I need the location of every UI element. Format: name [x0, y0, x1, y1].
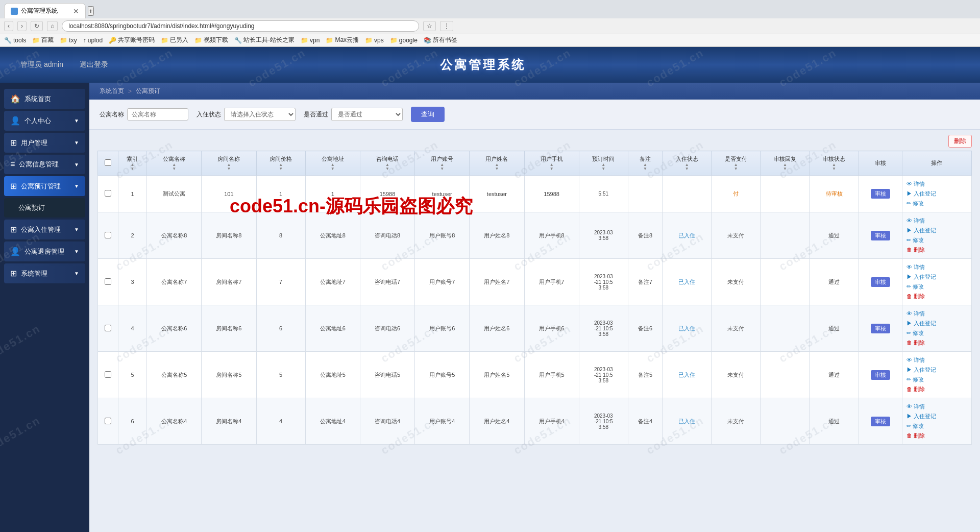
- row6-audit-btn[interactable]: 审核: [871, 417, 890, 426]
- row5-modify-btn[interactable]: ✏ 修改: [905, 375, 925, 384]
- row6-detail-btn[interactable]: 👁 详情: [905, 402, 926, 411]
- sidebar-apt-reserve-header[interactable]: 公寓预订: [4, 198, 85, 217]
- home-btn[interactable]: ⌂: [47, 21, 58, 31]
- bookmark-signin[interactable]: 📁 已另入: [161, 36, 188, 44]
- row2-modify-btn[interactable]: ✏ 修改: [905, 236, 925, 245]
- sidebar-item-personal[interactable]: 👤 个人中心 ▼: [4, 111, 85, 131]
- row5-checkin-btn[interactable]: ▶ 入住登记: [905, 366, 937, 374]
- row5-audit-btn[interactable]: 审核: [871, 370, 890, 380]
- row2-checkin-status: 已入住: [663, 212, 712, 259]
- bookmark-btn[interactable]: ☆: [423, 21, 436, 31]
- bookmark-all[interactable]: 📚 所有书签: [424, 36, 457, 44]
- bookmark-google[interactable]: 📁 google: [390, 37, 418, 44]
- row3-modify-btn[interactable]: ✏ 修改: [905, 282, 925, 291]
- row1-action-cell: 👁 详情 ▶ 入住登记 ✏ 修改: [904, 179, 969, 209]
- row6-modify-btn[interactable]: ✏ 修改: [905, 422, 925, 430]
- bookmark-webmaster[interactable]: 🔧 站长工具-站长之家: [234, 36, 295, 44]
- row6-select[interactable]: [105, 418, 111, 424]
- sidebar-apt-checkout-header[interactable]: 👤 公寓退房管理 ▼: [4, 241, 85, 261]
- row1-modify-btn[interactable]: ✏ 修改: [905, 199, 925, 208]
- row3-audit-reply: [761, 259, 810, 305]
- extensions-btn[interactable]: ⋮: [440, 21, 453, 31]
- bookmark-share-pwd[interactable]: 🔑 共享账号密码: [109, 36, 155, 44]
- row1-checkin-btn[interactable]: ▶ 入住登记: [905, 189, 937, 198]
- sidebar-item-apt-info[interactable]: ≡ 公寓信息管理 ▼: [4, 155, 85, 174]
- sidebar-user-header[interactable]: ⊞ 用户管理 ▼: [4, 133, 85, 153]
- sidebar-item-user-mgmt[interactable]: ⊞ 用户管理 ▼: [4, 133, 85, 153]
- sidebar-item-apt-booking[interactable]: ⊞ 公寓预订管理 ▼: [4, 176, 85, 196]
- row2-checkin-btn[interactable]: ▶ 入住登记: [905, 226, 937, 235]
- refresh-btn[interactable]: ↻: [31, 21, 43, 31]
- row1-audit-status: 待审核: [810, 176, 859, 212]
- sidebar-item-apt-checkout[interactable]: 👤 公寓退房管理 ▼: [4, 241, 85, 261]
- row5-apt-name: 公寓名称5: [147, 352, 202, 398]
- active-tab[interactable]: 公寓管理系统 ✕: [4, 3, 86, 18]
- sidebar-personal-header[interactable]: 👤 个人中心 ▼: [4, 111, 85, 131]
- sidebar-home-header[interactable]: 🏠 系统首页: [4, 89, 85, 109]
- row1-apt-name: 测试公寓: [147, 176, 202, 212]
- url-box[interactable]: localhost:8080/springbootudr7l/admin/dis…: [62, 20, 419, 32]
- tab-close-btn[interactable]: ✕: [73, 7, 79, 15]
- row3-audit-btn[interactable]: 审核: [871, 277, 890, 287]
- bookmark-maxcloud[interactable]: 📁 Max云播: [326, 36, 359, 44]
- row4-delete-btn[interactable]: 🗑 删除: [905, 338, 926, 347]
- sidebar-item-apt-reserve[interactable]: 公寓预订: [4, 198, 85, 217]
- sidebar-item-apt-checkin[interactable]: ⊞ 公寓入住管理 ▼: [4, 220, 85, 239]
- sidebar-apt-booking-header[interactable]: ⊞ 公寓预订管理 ▼: [4, 176, 85, 196]
- logout-btn[interactable]: 退出登录: [80, 60, 108, 69]
- row2-audit-btn[interactable]: 审核: [871, 231, 890, 240]
- row2-select[interactable]: [105, 232, 111, 238]
- table-header: 索引▲▼ 公寓名称▲▼ 房间名称▲▼ 房间价格▲▼: [98, 151, 972, 176]
- delete-all-btn[interactable]: 删除: [948, 135, 972, 148]
- row5-select[interactable]: [105, 371, 111, 378]
- bookmark-vps[interactable]: 📁 vps: [365, 37, 384, 44]
- row1-audit-btn[interactable]: 审核: [871, 189, 890, 199]
- bookmark-tools[interactable]: 🔧 tools: [4, 37, 26, 44]
- breadcrumb-home[interactable]: 系统首页: [100, 87, 124, 95]
- row5-delete-btn[interactable]: 🗑 删除: [905, 385, 926, 394]
- sidebar-item-sys-mgmt[interactable]: ⊞ 系统管理 ▼: [4, 263, 85, 283]
- row3-delete-btn[interactable]: 🗑 删除: [905, 292, 926, 301]
- row3-select[interactable]: [105, 278, 111, 285]
- row1-select[interactable]: [105, 190, 111, 197]
- checkin-status-select[interactable]: 请选择入住状态: [224, 108, 296, 121]
- sidebar-apt-info-header[interactable]: ≡ 公寓信息管理 ▼: [4, 155, 85, 174]
- select-all-checkbox[interactable]: [105, 159, 111, 166]
- row3-detail-btn[interactable]: 👁 详情: [905, 263, 926, 272]
- bookmark-txy[interactable]: 📁 txy: [60, 37, 77, 44]
- sidebar-sys-mgmt-header[interactable]: ⊞ 系统管理 ▼: [4, 263, 85, 283]
- row4-modify-btn[interactable]: ✏ 修改: [905, 329, 925, 337]
- bookmark-uplod[interactable]: ↑ uplod: [83, 37, 103, 44]
- row6-action-cell: 👁 详情 ▶ 入住登记 ✏ 修改 🗑 删除: [904, 401, 969, 441]
- row4-audit-btn[interactable]: 审核: [871, 324, 890, 333]
- new-tab-btn[interactable]: +: [88, 6, 94, 16]
- row6-audit: 审核: [859, 398, 902, 445]
- row6-checkin-btn[interactable]: ▶ 入住登记: [905, 412, 937, 421]
- sidebar-item-home[interactable]: 🏠 系统首页: [4, 89, 85, 109]
- bookmark-video[interactable]: 📁 视频下载: [194, 36, 228, 44]
- row4-select[interactable]: [105, 325, 111, 331]
- row5-detail-btn[interactable]: 👁 详情: [905, 356, 926, 365]
- row1-user-name: testuser: [470, 176, 524, 212]
- row1-detail-btn[interactable]: 👁 详情: [905, 180, 926, 188]
- search-btn[interactable]: 查询: [411, 107, 445, 122]
- row4-detail-btn[interactable]: 👁 详情: [905, 309, 926, 318]
- approved-select[interactable]: 是否通过: [331, 108, 403, 121]
- row6-remark: 备注4: [628, 398, 662, 445]
- apt-name-input[interactable]: [127, 108, 188, 120]
- row4-checkin-btn[interactable]: ▶ 入住登记: [905, 319, 937, 328]
- row4-user-name: 用户姓名6: [470, 305, 524, 352]
- bookmark-baicang[interactable]: 📁 百藏: [32, 36, 54, 44]
- bookmark-vpn[interactable]: 📁 vpn: [301, 37, 320, 44]
- row2-delete-btn[interactable]: 🗑 删除: [905, 246, 926, 254]
- row6-delete-btn[interactable]: 🗑 删除: [905, 431, 926, 440]
- row2-detail-btn[interactable]: 👁 详情: [905, 216, 926, 225]
- back-btn[interactable]: ‹: [4, 21, 13, 31]
- apt-info-arrow-icon: ▼: [74, 162, 79, 167]
- forward-btn[interactable]: ›: [17, 21, 27, 31]
- row5-apt-addr: 公寓地址5: [305, 352, 360, 398]
- row3-checkin-btn[interactable]: ▶ 入住登记: [905, 273, 937, 281]
- sidebar-apt-checkin-header[interactable]: ⊞ 公寓入住管理 ▼: [4, 220, 85, 239]
- row6-room-name: 房间名称4: [202, 398, 256, 445]
- th-audit: 审核: [859, 151, 902, 176]
